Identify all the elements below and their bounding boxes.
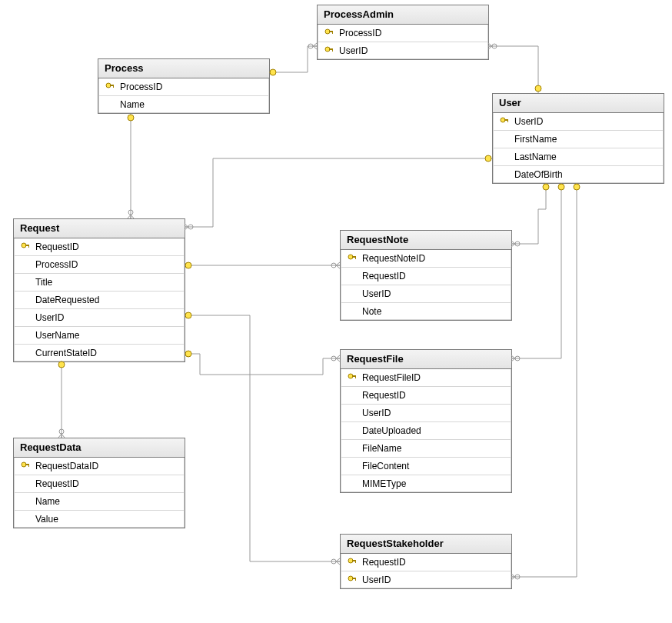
entity-process[interactable]: Process ProcessID Name [98, 58, 270, 114]
column-name: Name [117, 99, 145, 110]
column-row: FileName [341, 440, 511, 458]
column-row: UserID [341, 571, 511, 588]
column-row: Name [98, 96, 269, 113]
column-name: ProcessID [32, 259, 78, 270]
column-name: Name [32, 496, 60, 507]
entity-header: RequestStakeholder [341, 535, 511, 554]
column-name: UserID [359, 408, 391, 418]
primary-key-icon [324, 28, 334, 38]
column-row: RequestNoteID [341, 250, 511, 268]
column-row: DateRequested [14, 292, 185, 309]
column-name: FileContent [359, 461, 409, 471]
entity-header: Request [14, 219, 185, 238]
column-name: UserID [359, 288, 391, 299]
column-name: DateRequested [32, 295, 99, 305]
svg-rect-5 [332, 48, 333, 52]
entity-requestfile[interactable]: RequestFile RequestFileID RequestID User… [340, 349, 512, 493]
column-name: RequestID [359, 557, 406, 568]
column-row: RequestID [341, 387, 511, 405]
column-row: FileContent [341, 458, 511, 475]
column-name: RequestID [359, 390, 406, 401]
svg-rect-11 [507, 119, 508, 122]
column-row: Title [14, 274, 185, 292]
column-row: RequestID [341, 554, 511, 571]
primary-key-icon [105, 82, 115, 92]
svg-rect-26 [355, 560, 356, 563]
column-name: RequestDataID [32, 461, 98, 471]
column-name: RequestFileID [359, 372, 421, 383]
svg-rect-23 [28, 464, 29, 467]
entity-header: User [493, 94, 664, 113]
svg-rect-17 [355, 256, 356, 259]
column-row: CurrentStateID [14, 345, 185, 361]
column-row: RequestDataID [14, 458, 185, 475]
entity-requestdata[interactable]: RequestData RequestDataID RequestID Name… [13, 438, 185, 528]
svg-rect-2 [332, 31, 333, 34]
column-name: FileName [359, 443, 401, 454]
svg-rect-29 [355, 578, 356, 581]
column-name: FirstName [511, 134, 557, 145]
primary-key-icon [348, 575, 357, 585]
column-name: RequestID [359, 271, 406, 282]
column-name: CurrentStateID [32, 348, 97, 358]
column-row: FirstName [493, 131, 664, 148]
entity-header: RequestFile [341, 350, 511, 369]
primary-key-icon [348, 254, 357, 263]
column-row: DateUploaded [341, 422, 511, 440]
column-row: MIMEType [341, 475, 511, 492]
column-name: RequestNoteID [359, 253, 425, 264]
primary-key-icon [324, 46, 334, 55]
column-name: UserID [511, 116, 543, 127]
column-name: UserID [336, 45, 368, 56]
column-name: DateOfBirth [511, 169, 563, 180]
svg-rect-20 [355, 375, 356, 378]
column-row: Note [341, 303, 511, 320]
column-row: ProcessID [98, 78, 269, 96]
column-row: RequestFileID [341, 369, 511, 387]
column-row: Value [14, 511, 185, 528]
primary-key-icon [21, 461, 30, 471]
primary-key-icon [500, 117, 509, 126]
entity-header: RequestNote [341, 231, 511, 250]
entity-header: ProcessAdmin [318, 5, 488, 25]
column-name: RequestID [32, 478, 79, 489]
column-row: UserID [318, 42, 488, 59]
column-name: Value [32, 514, 58, 525]
er-diagram: ProcessAdmin ProcessID UserID Process Pr… [0, 0, 672, 623]
column-name: UserID [32, 312, 64, 323]
primary-key-icon [348, 558, 357, 567]
column-row: Name [14, 493, 185, 511]
entity-processadmin[interactable]: ProcessAdmin ProcessID UserID [317, 5, 489, 60]
entity-header: RequestData [14, 438, 185, 458]
primary-key-icon [21, 242, 30, 252]
column-name: UserID [359, 575, 391, 585]
svg-rect-14 [28, 245, 29, 248]
column-row: ProcessID [14, 256, 185, 274]
column-name: Title [32, 277, 52, 288]
column-name: LastName [511, 152, 557, 162]
column-name: DateUploaded [359, 425, 421, 436]
column-row: UserName [14, 327, 185, 345]
entity-requestnote[interactable]: RequestNote RequestNoteID RequestID User… [340, 230, 512, 321]
entity-header: Process [98, 59, 269, 78]
column-name: ProcessID [336, 28, 381, 38]
column-row: DateOfBirth [493, 166, 664, 183]
column-name: Note [359, 306, 381, 317]
column-row: RequestID [341, 268, 511, 285]
column-row: UserID [341, 405, 511, 422]
column-row: RequestID [14, 238, 185, 256]
column-row: ProcessID [318, 25, 488, 42]
svg-rect-8 [113, 85, 114, 88]
column-name: RequestID [32, 242, 79, 252]
primary-key-icon [348, 373, 357, 382]
column-name: ProcessID [117, 82, 162, 92]
column-row: UserID [341, 285, 511, 303]
entity-requeststakeholder[interactable]: RequestStakeholder RequestID UserID [340, 534, 512, 589]
column-name: UserName [32, 330, 79, 341]
column-row: LastName [493, 148, 664, 166]
column-name: MIMEType [359, 478, 406, 489]
column-row: UserID [14, 309, 185, 327]
entity-request[interactable]: Request RequestID ProcessID Title DateRe… [13, 218, 185, 362]
entity-user[interactable]: User UserID FirstName LastName DateOfBir… [492, 93, 664, 184]
column-row: UserID [493, 113, 664, 131]
